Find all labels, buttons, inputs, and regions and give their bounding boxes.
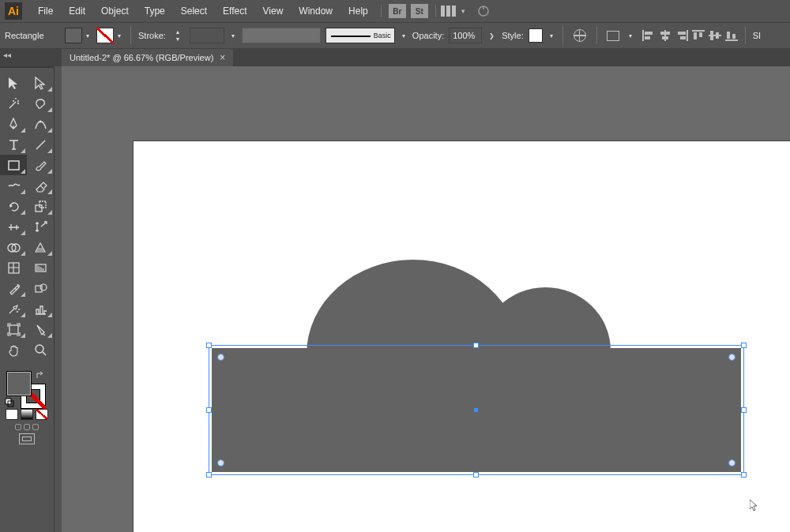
svg-line-17 <box>43 352 46 355</box>
fill-swatch[interactable] <box>65 28 82 43</box>
tool-rectangle[interactable] <box>0 155 27 175</box>
close-tab-icon[interactable]: × <box>220 52 225 63</box>
tool-mesh[interactable] <box>0 257 27 278</box>
align-hcenter-icon[interactable] <box>659 30 672 41</box>
tool-pen[interactable] <box>0 114 27 134</box>
svg-point-12 <box>40 284 47 290</box>
stroke-label[interactable]: Stroke: <box>138 31 166 40</box>
menu-effect[interactable]: Effect <box>215 0 254 22</box>
tool-zoom[interactable] <box>27 339 54 360</box>
fill-stroke-control[interactable] <box>3 369 51 407</box>
menu-window[interactable]: Window <box>291 0 340 22</box>
tool-width[interactable] <box>0 216 27 237</box>
chevron-down-icon[interactable]: ▾ <box>547 32 555 39</box>
svg-rect-6 <box>40 201 46 208</box>
tool-selection[interactable] <box>0 73 27 93</box>
menu-help[interactable]: Help <box>340 0 376 22</box>
align-to-icon[interactable] <box>607 31 619 41</box>
document-tab-strip: ◂◂ Untitled-2* @ 66.67% (RGB/Preview) × <box>0 49 790 66</box>
menu-file[interactable]: File <box>30 0 61 22</box>
opacity-label[interactable]: Opacity: <box>412 31 444 40</box>
chevron-down-icon[interactable]: ▾ <box>84 32 92 39</box>
align-vcenter-icon[interactable] <box>709 30 721 41</box>
stroke-weight-input[interactable] <box>190 28 224 43</box>
opacity-flyout[interactable]: ❯ <box>487 32 497 39</box>
arrange-documents-button[interactable] <box>441 6 458 17</box>
draw-mode-row <box>0 424 54 430</box>
chevron-down-icon[interactable]: ▾ <box>115 32 123 39</box>
svg-line-3 <box>36 140 45 149</box>
none-mode-button[interactable] <box>36 409 48 420</box>
chevron-down-icon[interactable]: ▾ <box>626 32 634 39</box>
tool-magic-wand[interactable] <box>0 93 27 114</box>
tool-perspective-grid[interactable] <box>27 237 54 257</box>
svg-point-13 <box>17 311 18 313</box>
document-tab[interactable]: Untitled-2* @ 66.67% (RGB/Preview) × <box>62 49 233 66</box>
control-bar: Rectangle ▾ ▾ Stroke: ▲▼ ▾ Basic▾ Opacit… <box>0 22 790 49</box>
tool-blend[interactable] <box>27 278 54 298</box>
panel-collapse-icon[interactable]: ◂◂ <box>3 51 13 60</box>
bridge-button[interactable]: Br <box>389 4 406 18</box>
menu-bar: Ai File Edit Object Type Select Effect V… <box>0 0 790 22</box>
selection-type-label: Rectangle <box>5 31 60 40</box>
color-mode-row <box>0 409 54 420</box>
menu-edit[interactable]: Edit <box>61 0 93 22</box>
tool-shape-builder[interactable] <box>0 237 27 257</box>
stroke-weight-stepper[interactable]: ▲▼ <box>171 28 185 43</box>
fill-box[interactable] <box>6 371 32 396</box>
tool-gradient[interactable] <box>27 257 54 278</box>
chevron-down-icon[interactable]: ▾ <box>229 32 237 39</box>
app-icon: Ai <box>5 2 22 20</box>
svg-point-16 <box>36 345 43 353</box>
tool-column-graph[interactable] <box>27 298 54 319</box>
opacity-input[interactable]: 100% <box>449 28 482 43</box>
draw-inside-icon[interactable] <box>32 424 39 430</box>
align-right-icon[interactable] <box>675 30 688 41</box>
svg-rect-5 <box>36 205 42 212</box>
recolor-artwork-icon[interactable] <box>574 29 586 42</box>
tool-free-transform[interactable] <box>27 216 54 237</box>
tool-eyedropper[interactable] <box>0 278 27 298</box>
draw-normal-icon[interactable] <box>15 424 21 430</box>
align-top-icon[interactable] <box>692 30 705 41</box>
stock-button[interactable]: St <box>411 4 428 18</box>
screen-mode-button[interactable] <box>19 433 35 444</box>
chevron-down-icon[interactable]: ▾ <box>461 7 465 15</box>
tool-shaper[interactable] <box>0 175 27 196</box>
default-fill-stroke-icon[interactable] <box>5 398 14 407</box>
tool-slice[interactable] <box>27 319 54 339</box>
align-bottom-icon[interactable] <box>725 30 738 41</box>
brush-definition[interactable]: Basic <box>325 28 395 43</box>
tool-type[interactable] <box>0 134 27 155</box>
tool-line-segment[interactable] <box>27 134 54 155</box>
tool-curvature[interactable] <box>27 114 54 134</box>
tool-symbol-sprayer[interactable] <box>0 298 27 319</box>
tool-direct-selection[interactable] <box>27 73 54 93</box>
tool-scale[interactable] <box>27 196 54 216</box>
svg-rect-15 <box>9 325 18 334</box>
canvas-area[interactable] <box>62 66 790 532</box>
tool-lasso[interactable] <box>27 93 54 114</box>
tool-artboard[interactable] <box>0 319 27 339</box>
tool-hand[interactable] <box>0 339 27 360</box>
chevron-down-icon[interactable]: ▾ <box>400 32 408 39</box>
draw-behind-icon[interactable] <box>24 424 30 430</box>
menu-object[interactable]: Object <box>93 0 137 22</box>
align-left-icon[interactable] <box>642 30 655 41</box>
menu-view[interactable]: View <box>255 0 292 22</box>
tool-rotate[interactable] <box>0 196 27 216</box>
gradient-mode-button[interactable] <box>21 409 33 420</box>
svg-point-2 <box>39 120 41 122</box>
menu-select[interactable]: Select <box>173 0 215 22</box>
swap-fill-stroke-icon[interactable] <box>36 371 46 380</box>
graphic-style-swatch[interactable] <box>529 28 543 43</box>
gpu-icon[interactable] <box>476 5 491 17</box>
menu-type[interactable]: Type <box>137 0 173 22</box>
tool-eraser[interactable] <box>27 175 54 196</box>
color-mode-button[interactable] <box>6 409 18 420</box>
rectangle-shape[interactable] <box>212 348 741 472</box>
style-label[interactable]: Style: <box>502 31 524 40</box>
stroke-swatch[interactable] <box>96 28 114 43</box>
tool-paintbrush[interactable] <box>27 155 54 175</box>
variable-width-profile[interactable] <box>242 28 321 43</box>
